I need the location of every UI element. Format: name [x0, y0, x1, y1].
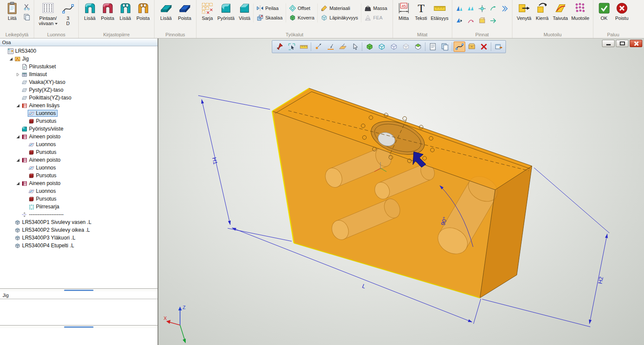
- tree-item[interactable]: Pyöristys/viiste: [0, 125, 158, 133]
- mirror-button[interactable]: Peilaa: [255, 3, 284, 13]
- exit-button[interactable]: Poistu: [613, 1, 631, 21]
- tree-item[interactable]: Ilmiasut: [0, 70, 158, 78]
- tree-item[interactable]: Luonnos: [0, 109, 158, 117]
- list-button[interactable]: [427, 42, 438, 52]
- tree-item[interactable]: Luonnos: [0, 141, 158, 148]
- tree-item[interactable]: Piirresarja: [0, 203, 158, 211]
- shaded-cube-button[interactable]: [364, 42, 375, 52]
- fillet-button[interactable]: Pyöristä: [216, 1, 236, 21]
- paste-button[interactable]: Liitä: [2, 1, 22, 21]
- snap-point-button[interactable]: [312, 42, 324, 52]
- hollow-button[interactable]: Koverra: [288, 13, 316, 22]
- offset-button[interactable]: Offset: [288, 3, 316, 13]
- tree-item[interactable]: Pursotus: [0, 117, 158, 125]
- viewport[interactable]: H1 H2 L 90° Z X: [158, 38, 644, 345]
- sketch-3d-button[interactable]: 3D: [60, 1, 76, 26]
- drawer-button[interactable]: [466, 42, 477, 52]
- library-add2-button[interactable]: Lisää: [116, 1, 134, 21]
- tree-item[interactable]: LR53400P1 Sivulevy vasen .L: [0, 218, 158, 226]
- section-cube-button[interactable]: [412, 42, 424, 52]
- pin-button[interactable]: [274, 42, 285, 52]
- sketch-on-surface-button[interactable]: Pintaan/viivaan: [36, 1, 60, 26]
- chamfer-button[interactable]: Viistä: [236, 1, 253, 21]
- text-button[interactable]: T Teksti: [412, 1, 430, 21]
- export-button[interactable]: [493, 42, 504, 52]
- expand-arrow-icon[interactable]: [15, 71, 21, 77]
- tree-item[interactable]: Jig: [0, 55, 158, 63]
- tree-item[interactable]: --------------------: [0, 211, 158, 218]
- fea-button[interactable]: FEA: [363, 13, 388, 22]
- tree-item[interactable]: Aineen poisto: [0, 156, 158, 164]
- pick-button[interactable]: [349, 42, 361, 52]
- scale-button[interactable]: Skaalaa: [255, 13, 284, 22]
- collapse-arrow-icon[interactable]: [8, 56, 14, 62]
- tree-item[interactable]: LR53400: [0, 47, 158, 55]
- text-icon: T: [415, 2, 428, 15]
- wire-cube-button[interactable]: [376, 42, 387, 52]
- select-frame-button[interactable]: [286, 42, 297, 52]
- tree-item[interactable]: Pysty(XZ)-taso: [0, 86, 158, 94]
- cyan-wedges-button[interactable]: [466, 3, 476, 14]
- ruler-button[interactable]: [298, 42, 309, 52]
- curve-button[interactable]: [454, 42, 465, 52]
- close-button[interactable]: [630, 40, 642, 47]
- tree-item[interactable]: LR53400P4 Etupelti .L: [0, 242, 158, 249]
- hidden-cube-button[interactable]: [388, 42, 399, 52]
- tree-item[interactable]: Luonnos: [0, 164, 158, 172]
- tree-item[interactable]: Pursotus: [0, 148, 158, 156]
- tree-item[interactable]: Aineen lisäys: [0, 102, 158, 109]
- viewport-3d-scene[interactable]: H1 H2 L 90° Z X: [158, 38, 644, 345]
- measure-button[interactable]: 45 Mitta: [395, 1, 412, 21]
- panel-splitter-1[interactable]: [0, 288, 158, 291]
- tree-item[interactable]: Aineen poisto: [0, 133, 158, 141]
- layers-button[interactable]: [439, 42, 451, 52]
- tree-item[interactable]: Poikittais(YZ)-taso: [0, 94, 158, 102]
- tree-item[interactable]: LR53400P2 Sivulevy oikea .L: [0, 226, 158, 234]
- chevrons-button[interactable]: [499, 3, 510, 14]
- tree-item[interactable]: Vaaka(XY)-taso: [0, 78, 158, 86]
- panel-splitter-2[interactable]: [0, 325, 158, 328]
- tree-item[interactable]: Piirustukset: [0, 63, 158, 70]
- ok-button[interactable]: OK: [596, 1, 613, 21]
- collapse-arrow-icon[interactable]: [15, 157, 21, 163]
- mirror-icon: [257, 5, 264, 12]
- copy-button[interactable]: [22, 13, 32, 21]
- arrow-right-button[interactable]: [488, 16, 499, 26]
- ghost-cube-button[interactable]: [400, 42, 412, 52]
- collapse-arrow-icon[interactable]: [15, 180, 21, 186]
- move-point-button[interactable]: [477, 3, 487, 14]
- library-remove2-button[interactable]: Poista: [134, 1, 152, 21]
- mass-button[interactable]: Massa: [363, 3, 388, 13]
- drawer-small-button[interactable]: [477, 16, 487, 26]
- minimize-button[interactable]: [602, 40, 615, 47]
- coating-add-button[interactable]: Lisää: [157, 1, 175, 21]
- snap-surface-button[interactable]: [337, 42, 348, 52]
- model-3d[interactable]: [272, 88, 532, 298]
- distance-button[interactable]: Etäisyys: [430, 1, 450, 21]
- curve-arrow-teal-button[interactable]: [488, 3, 499, 14]
- maximize-button[interactable]: [616, 40, 628, 47]
- tree-item[interactable]: Pursotus: [0, 172, 158, 179]
- snap-line-button[interactable]: [325, 42, 336, 52]
- tree-item[interactable]: LR53400P3 Yläkuori .L: [0, 234, 158, 242]
- collapse-arrow-icon[interactable]: [15, 134, 21, 140]
- tree-item[interactable]: Pursotus: [0, 195, 158, 203]
- tree-item[interactable]: Luonnos: [0, 187, 158, 195]
- wedge-pair-button[interactable]: [454, 16, 465, 26]
- library-remove-button[interactable]: Poista: [99, 1, 116, 21]
- shape-button[interactable]: Muotoile: [570, 1, 591, 21]
- library-add-button[interactable]: Lisää: [81, 1, 99, 21]
- bend-button[interactable]: Taivuta: [551, 1, 570, 21]
- coating-remove-button[interactable]: Poista: [175, 1, 194, 21]
- series-button[interactable]: Sarja: [199, 1, 216, 21]
- collapse-arrow-icon[interactable]: [15, 102, 21, 109]
- transparency-button[interactable]: Läpinäkyvyys: [319, 13, 359, 22]
- curve-arrow-red-button[interactable]: [466, 16, 476, 26]
- delete-button[interactable]: [478, 42, 489, 52]
- stretch-button[interactable]: Venytä: [515, 1, 534, 21]
- cut-button[interactable]: [22, 3, 32, 11]
- tree-item[interactable]: Aineen poisto: [0, 179, 158, 187]
- rotate-button[interactable]: Kierrä: [534, 1, 551, 21]
- blue-wedge-button[interactable]: [454, 3, 465, 14]
- material-button[interactable]: Materiaali: [319, 3, 359, 13]
